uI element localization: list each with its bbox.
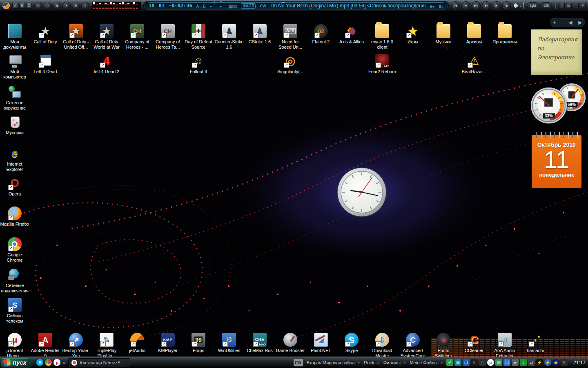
tray-windows[interactable]: ❒	[463, 359, 470, 366]
player-logo-icon[interactable]	[2, 2, 10, 9]
widget-control[interactable]: + ◀ ▶	[550, 18, 585, 27]
desktop-icon-cod-world-at-war[interactable]: ★ Call of Duty World at War	[92, 24, 121, 50]
tray-display[interactable]: ▦	[454, 359, 461, 366]
prev-note-button[interactable]: ◀	[568, 20, 572, 25]
tray-network-pc[interactable]: ❐	[503, 359, 510, 366]
desktop-icon-download-master[interactable]: ⇩ Download Master	[368, 333, 397, 359]
desktop-icon-recycle-bin[interactable]: Мусорка	[0, 115, 29, 135]
desktop-icon-jetaudio[interactable]: jetAudio	[122, 333, 152, 353]
tray-bolt[interactable]: ⚡	[544, 359, 551, 366]
tray-archive[interactable]: ▰	[512, 359, 519, 366]
player-toggle-button[interactable]: H	[19, 3, 25, 9]
desktop-icon-firefox[interactable]: Mozilla Firefox	[0, 206, 29, 227]
desktop-icon-flatout-2[interactable]: 02 Flatout 2	[306, 24, 336, 45]
tray-punto[interactable]: ⚡	[536, 359, 543, 366]
toolbar-chevron[interactable]: »	[440, 360, 443, 365]
tray-volume[interactable]: ♪	[520, 359, 527, 366]
desktop-icon-winutilities[interactable]: ⚙ WinUtilities	[214, 333, 244, 353]
desktop-icon-punto-switcher[interactable]: Punto Switcher	[429, 333, 458, 359]
desktop-icon-tripleplay[interactable]: ✎ TriplePlay Plus! in...	[92, 333, 121, 359]
ab-repeat-flag[interactable]: А↔Б	[196, 4, 206, 9]
taskbar-toolbar[interactable]: Фильмы»	[383, 360, 406, 365]
task-button[interactable]: Александр NemezS ...	[68, 358, 130, 367]
transport-button[interactable]: ▶|	[482, 1, 491, 10]
window-control-button[interactable]: □	[559, 3, 565, 8]
desktop-icon-left-4-dead-2[interactable]: 4 left 4 Dead 2	[92, 54, 121, 74]
tray-kaspersky[interactable]: K	[471, 359, 478, 366]
transport-button[interactable]: ■	[461, 1, 470, 10]
seek-handle[interactable]	[281, 2, 285, 3]
desktop-icon-counter-strike-16[interactable]: ♟ Counter-Strike 1.6	[214, 24, 244, 50]
desktop-icon-hamachi[interactable]: ⋰ hamachi	[521, 333, 550, 353]
tray-utorrent[interactable]: µ	[487, 359, 494, 366]
desktop-icon-fraps[interactable]: 99 Fraps	[184, 333, 213, 353]
tray-display-settings[interactable]: ▧	[495, 359, 502, 366]
toolbar-chevron[interactable]: »	[358, 360, 360, 365]
desktop-icon-game-booster[interactable]: Game Booster	[276, 333, 305, 353]
desktop-icon-network-places[interactable]: Сетевое окружение	[0, 85, 29, 111]
tray-usb[interactable]: ⇄	[528, 359, 535, 366]
desktop-icon-fear2-reborn[interactable]: AR2 Fear2 Reborn	[368, 54, 397, 74]
transport-button[interactable]: ▶||	[472, 1, 481, 10]
desktop-icon-chrome[interactable]: Google Chrome	[0, 237, 29, 263]
tray-device[interactable]: ▯	[479, 359, 486, 366]
desktop-icon-left-4-dead[interactable]: Left 4 Dead	[31, 54, 60, 74]
taskbar-clock[interactable]: 21:17	[573, 360, 586, 366]
desktop-icon-need-for-speed[interactable]: NFS Need for Speed Un...	[276, 24, 305, 50]
disk-label[interactable]: диск	[229, 4, 237, 9]
desktop-icon-axis-and-allies[interactable]: ✹ Axis & Allies	[337, 24, 366, 45]
player-tool-button[interactable]: ✶	[62, 2, 71, 10]
player-tool-button[interactable]: ▤	[72, 2, 80, 10]
quick-launch-chrome[interactable]: ●	[45, 359, 52, 366]
window-control-button[interactable]: ▤	[566, 3, 572, 8]
seek-bar[interactable]	[149, 2, 443, 3]
player-mode-button[interactable]: ЦМ	[527, 2, 539, 9]
tray-hamachi[interactable]: ◉	[552, 359, 559, 366]
quick-launch-utorrent[interactable]: µ	[53, 359, 60, 366]
desktop-icon-my-documents[interactable]: Мои документы	[0, 24, 29, 50]
desktop-icon-utorrent[interactable]: µ µTorrent Ulano...	[0, 333, 29, 359]
next-note-button[interactable]: ▶	[578, 20, 582, 25]
desktop-icon-myac-client[interactable]: myac 1.6.0 client	[368, 24, 397, 50]
desktop-icon-network-connections[interactable]: Сетевые подключения	[0, 268, 29, 294]
desktop-icon-company-of-heroes-ta[interactable]: CH Company of Heroes Ta...	[153, 24, 183, 50]
taskbar-toolbar[interactable]: Rock»	[364, 360, 379, 365]
player-tool-button[interactable]: ♪	[81, 2, 89, 10]
desktop-icon-music[interactable]: Музыка	[429, 24, 458, 45]
player-mode-button[interactable]: СВ	[540, 2, 552, 9]
desktop-icon-ccleaner[interactable]: C CCleaner	[459, 333, 489, 353]
desktop-icon-programs[interactable]: Программы	[490, 24, 519, 45]
lcd-playlist-icon[interactable]: ≣♪	[439, 4, 443, 9]
start-button[interactable]: пуск	[1, 358, 33, 368]
window-control-button[interactable]: ✕	[580, 3, 586, 8]
desktop-icon-my-computer[interactable]: Мой компьютер	[0, 54, 29, 80]
desktop-icon-cstrike-16[interactable]: ♟ CStrike 1.6	[245, 24, 274, 45]
lcd-visual-icon[interactable]: ◉▾	[430, 4, 434, 9]
desktop-icon-kmplayer[interactable]: KMP KMPlayer	[153, 333, 183, 353]
toolbar-chevron[interactable]: »	[403, 360, 406, 365]
calendar-widget[interactable]: Октябрь 2010 11 понедельник	[532, 135, 581, 188]
desktop-icon-call-of-duty[interactable]: ★ Call of Duty	[31, 24, 60, 45]
player-tool-button[interactable]: ◉	[53, 2, 61, 10]
window-control-button[interactable]: —	[573, 3, 579, 8]
language-indicator[interactable]: EN	[294, 359, 303, 366]
transport-button[interactable]: |◀	[451, 1, 460, 10]
taskbar-toolbar[interactable]: Вторая Мировая война»	[307, 360, 360, 365]
desktop-icon-aoa-audio-extractor[interactable]: ♫ AoA Audio Extractor	[490, 333, 519, 359]
desktop-icon-paintnet[interactable]: ◢ Paint.NET	[306, 333, 336, 353]
quick-launch-skype[interactable]: S	[36, 359, 43, 366]
tray-green-check[interactable]: ✔	[446, 359, 453, 366]
toolbar-chevron[interactable]: »	[377, 360, 379, 365]
player-toggle-button[interactable]: O	[26, 3, 32, 9]
desktop-icon-adobe-reader[interactable]: A Adobe Reader 9	[31, 333, 60, 359]
desktop-icon-company-of-heroes[interactable]: CH Company of Heroes - ...	[122, 24, 152, 50]
desktop-icon-internet-explorer[interactable]: e Internet Explorer	[0, 146, 29, 172]
player-tool-button[interactable]: ◔	[44, 2, 52, 10]
tray-brush[interactable]: ✎	[561, 359, 568, 366]
desktop-icon-chemax[interactable]: CHEMAX CheMax Rus	[245, 333, 274, 353]
desktop-icon-archives[interactable]: Архивы	[459, 24, 489, 45]
sticky-note[interactable]: Лабораторная по Электронике	[531, 29, 582, 75]
desktop-icon-skype[interactable]: S Skype	[337, 333, 366, 353]
desktop-icon-advanced-systemcare[interactable]: C Advanced SystemCare	[398, 333, 428, 359]
player-tool-button[interactable]: ↺	[34, 2, 42, 10]
